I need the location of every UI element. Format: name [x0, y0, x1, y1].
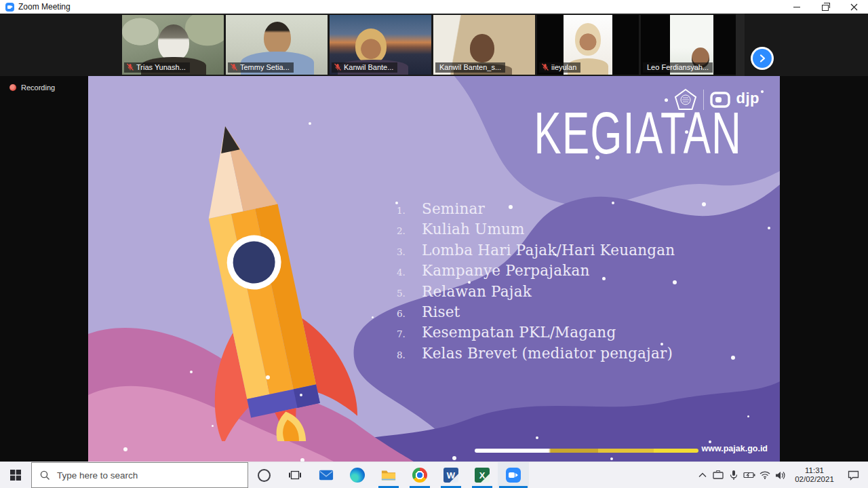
taskbar-edge-button[interactable]: [342, 462, 373, 488]
chrome-icon: [412, 468, 427, 483]
participant-tile[interactable]: Trias Yunash...: [122, 15, 224, 75]
zoom-app-icon: [5, 3, 14, 12]
taskbar-zoom-button[interactable]: [498, 462, 529, 488]
zoom-icon: [506, 468, 521, 483]
muted-mic-icon: [230, 63, 238, 71]
shared-screen-area: Recording: [0, 76, 868, 462]
participant-name-tag: Leo Ferdiansyah...: [643, 62, 713, 73]
item-text: Kelas Brevet (mediator pengajar): [422, 345, 673, 362]
item-text: Kesempatan PKL/Magang: [422, 324, 616, 341]
star-dot: [768, 227, 770, 229]
taskbar-mail-button[interactable]: [311, 462, 342, 488]
tray-microphone-button[interactable]: [726, 462, 741, 488]
clock-time: 11:31: [788, 466, 841, 476]
restore-button[interactable]: [811, 0, 840, 14]
presentation-slide: djp KEGIATAN 1.Seminar 2.Kuliah Umum 3.L…: [88, 76, 780, 462]
participant-tile[interactable]: Temmy Setia...: [226, 15, 328, 75]
item-number: 4.: [387, 267, 422, 278]
item-number: 6.: [387, 308, 422, 319]
window-title: Zoom Meeting: [18, 2, 71, 12]
zoom-meeting-window: Zoom Meeting Trias Yunash... T: [0, 0, 868, 488]
recording-dot-icon: [9, 84, 16, 91]
speaker-icon: [775, 471, 786, 480]
activity-list: 1.Seminar 2.Kuliah Umum 3.Lomba Hari Paj…: [387, 200, 773, 365]
chevron-up-icon: [698, 472, 707, 478]
item-number: 2.: [387, 225, 422, 236]
participant-name: iieyulan: [551, 63, 576, 71]
list-item: 3.Lomba Hari Pajak/Hari Keuangan: [387, 242, 773, 262]
pencil-rocket-illustration: [88, 95, 376, 441]
taskbar-file-explorer-button[interactable]: [373, 462, 404, 488]
file-explorer-icon: [381, 468, 396, 483]
taskbar-clock[interactable]: 11:31 02/02/2021: [788, 466, 841, 485]
chevron-right-icon: [758, 54, 766, 62]
tray-screenshare-button[interactable]: [710, 462, 726, 488]
list-item: 1.Seminar: [387, 200, 773, 221]
cortana-button[interactable]: [248, 462, 279, 488]
cortana-icon: [258, 469, 271, 482]
star-dot: [685, 130, 688, 134]
taskbar-excel-button[interactable]: X: [467, 462, 498, 488]
star-dot: [595, 155, 599, 159]
participant-name-tag: Kanwil Bante...: [332, 62, 397, 73]
participant-tile[interactable]: iieyulan: [537, 15, 639, 75]
participant-name: Temmy Setia...: [240, 63, 290, 71]
next-participants-button[interactable]: [753, 49, 772, 68]
windows-taskbar: Type here to search W: [0, 462, 868, 488]
star-dot: [660, 343, 663, 345]
tray-battery-button[interactable]: [741, 462, 757, 488]
minimize-button[interactable]: [783, 0, 811, 14]
star-dot: [266, 375, 270, 379]
item-number: 5.: [387, 288, 422, 299]
item-text: Kampanye Perpajakan: [422, 262, 589, 279]
battery-charging-icon: [743, 471, 755, 479]
tray-volume-button[interactable]: [772, 462, 788, 488]
restore-icon: [822, 5, 829, 11]
search-icon: [40, 470, 50, 481]
task-view-button[interactable]: [279, 462, 311, 488]
item-text: Relawan Pajak: [422, 283, 532, 300]
muted-mic-icon: [541, 63, 549, 71]
tray-expand-button[interactable]: [694, 462, 710, 488]
item-text: Kuliah Umum: [422, 221, 525, 238]
star-dot: [212, 425, 214, 427]
star-dot: [673, 280, 677, 284]
participant-tile[interactable]: Leo Ferdiansyah...: [641, 15, 743, 75]
taskbar-word-button[interactable]: W: [435, 462, 467, 488]
search-input[interactable]: Type here to search: [31, 462, 248, 488]
search-placeholder: Type here to search: [57, 470, 138, 481]
item-number: 1.: [387, 205, 422, 216]
list-item: 4.Kampanye Perpajakan: [387, 262, 773, 282]
microphone-icon: [730, 470, 738, 481]
star-dot: [452, 456, 456, 460]
action-center-button[interactable]: [841, 462, 865, 488]
star-dot: [509, 205, 513, 209]
participant-tile-active-speaker[interactable]: Kanwil Banten_s...: [433, 15, 535, 75]
task-view-icon: [289, 470, 301, 481]
slide-footer-bar: [475, 449, 698, 453]
window-titlebar: Zoom Meeting: [0, 0, 868, 14]
item-number: 7.: [387, 329, 422, 339]
star-dot: [123, 447, 127, 451]
participant-strip: Trias Yunash... Temmy Setia... Kanwil Ba…: [0, 14, 868, 76]
star-dot: [395, 202, 398, 204]
tray-wifi-button[interactable]: [757, 462, 772, 488]
star-dot: [702, 202, 706, 206]
list-item: 2.Kuliah Umum: [387, 221, 773, 241]
item-text: Lomba Hari Pajak/Hari Keuangan: [422, 242, 675, 259]
close-button[interactable]: [840, 0, 868, 14]
participant-name-tag: Trias Yunash...: [124, 62, 190, 73]
star-dot: [372, 316, 374, 318]
wifi-icon: [760, 471, 770, 479]
excel-icon: X: [475, 468, 490, 483]
item-text: Seminar: [422, 200, 485, 217]
participant-tile[interactable]: Kanwil Bante...: [330, 15, 431, 75]
participant-name: Kanwil Bante...: [344, 63, 393, 71]
list-item: 5.Relawan Pajak: [387, 283, 773, 303]
participant-name-tag: Kanwil Banten_s...: [435, 62, 505, 73]
start-button[interactable]: [0, 462, 31, 488]
item-text: Riset: [422, 303, 460, 320]
star-dot: [309, 122, 311, 125]
taskbar-chrome-button[interactable]: [404, 462, 435, 488]
screen-share-icon: [713, 470, 724, 480]
